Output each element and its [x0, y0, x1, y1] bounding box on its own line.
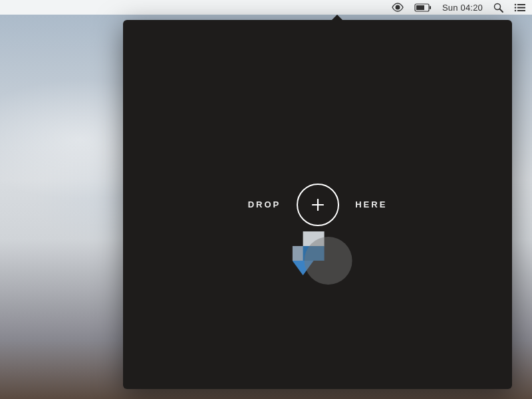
svg-point-10: [515, 9, 517, 11]
panel-pointer: [331, 15, 344, 21]
svg-line-5: [500, 9, 503, 12]
eye-icon[interactable]: [392, 0, 404, 15]
svg-point-0: [395, 5, 400, 10]
clock[interactable]: Sun 04:20: [442, 0, 483, 15]
svg-marker-14: [303, 231, 324, 246]
search-icon[interactable]: [493, 0, 503, 15]
menubar: Sun 04:20: [0, 0, 532, 15]
svg-rect-11: [517, 10, 525, 11]
svg-rect-7: [517, 4, 525, 5]
svg-rect-3: [430, 6, 431, 9]
drop-zone[interactable]: DROP HERE: [248, 184, 388, 226]
svg-marker-15: [292, 246, 324, 261]
svg-point-8: [515, 7, 517, 9]
dragged-file-icon: [292, 231, 334, 298]
list-icon[interactable]: [514, 0, 525, 15]
svg-marker-17: [292, 261, 313, 275]
dropdown-panel: DROP HERE: [123, 20, 512, 389]
svg-rect-9: [517, 7, 525, 8]
drop-label-right: HERE: [355, 200, 387, 209]
svg-marker-16: [303, 246, 324, 261]
drag-cursor-bubble: [304, 237, 352, 285]
svg-rect-2: [416, 5, 424, 10]
dropzone-row: DROP HERE: [248, 184, 388, 226]
battery-icon[interactable]: [414, 0, 432, 15]
svg-point-6: [515, 3, 517, 5]
plus-circle-icon: [297, 184, 339, 226]
drop-label-left: DROP: [248, 200, 281, 209]
